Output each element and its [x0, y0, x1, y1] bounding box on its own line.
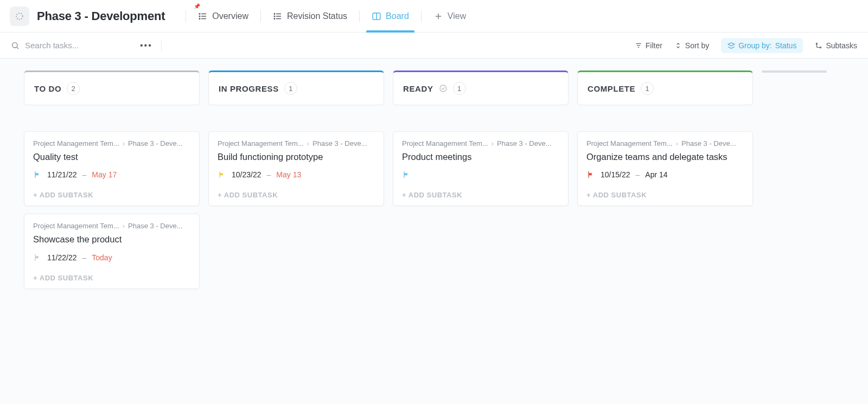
add-subtask-button[interactable]: + ADD SUBTASK — [33, 191, 190, 199]
chevron-right-icon: › — [307, 139, 309, 148]
column-name: IN PROGRESS — [219, 84, 279, 93]
tab-add-view[interactable]: View — [428, 0, 471, 32]
separator — [260, 10, 261, 22]
column-count: 1 — [641, 82, 654, 95]
tab-strip: 📌 Overview Revision Status Board View — [179, 0, 471, 32]
subtasks-button[interactable]: Subtasks — [815, 41, 857, 50]
card-title: Build functioning prototype — [218, 151, 375, 163]
card-dates: 10/15/22–Apr 14 — [586, 170, 744, 179]
separator — [359, 10, 360, 22]
groupby-value: Status — [775, 41, 797, 50]
search-input[interactable] — [25, 41, 133, 50]
column-header[interactable]: COMPLETE1 — [577, 70, 753, 105]
sort-button[interactable]: Sort by — [674, 41, 709, 50]
dash: – — [82, 170, 87, 179]
separator — [421, 10, 422, 22]
add-subtask-button[interactable]: + ADD SUBTASK — [33, 274, 190, 282]
svg-point-5 — [200, 16, 201, 17]
task-card[interactable]: Project Management Tem...›Phase 3 - Deve… — [393, 131, 569, 206]
list-icon — [198, 11, 208, 21]
column-count: 1 — [453, 82, 466, 95]
tab-label: Overview — [212, 11, 248, 21]
tab-revision-status[interactable]: Revision Status — [267, 0, 353, 32]
card-breadcrumb[interactable]: Project Management Tem...›Phase 3 - Deve… — [218, 139, 375, 148]
breadcrumb-root: Project Management Tem... — [402, 139, 488, 148]
flag-icon — [586, 170, 595, 179]
card-breadcrumb[interactable]: Project Management Tem...›Phase 3 - Deve… — [33, 222, 190, 230]
breadcrumb-leaf: Phase 3 - Deve... — [497, 139, 551, 148]
breadcrumb-leaf: Phase 3 - Deve... — [128, 139, 182, 148]
column-header[interactable]: TO DO2 — [24, 70, 200, 105]
card-breadcrumb[interactable]: Project Management Tem...›Phase 3 - Deve… — [586, 139, 744, 148]
chevron-right-icon: › — [676, 139, 678, 148]
column-header[interactable]: IN PROGRESS1 — [208, 70, 384, 105]
sort-icon — [674, 42, 682, 49]
column-cards: Project Management Tem...›Phase 3 - Deve… — [393, 131, 569, 206]
card-dates — [402, 170, 559, 179]
svg-point-12 — [274, 18, 275, 19]
check-circle-icon — [439, 84, 448, 93]
flag-icon — [402, 170, 411, 179]
add-column-placeholder[interactable] — [762, 70, 827, 73]
space-icon[interactable] — [10, 7, 29, 26]
task-card[interactable]: Project Management Tem...›Phase 3 - Deve… — [208, 131, 384, 206]
tab-overview[interactable]: 📌 Overview — [193, 0, 254, 32]
filter-button[interactable]: Filter — [635, 41, 662, 50]
column-cards: Project Management Tem...›Phase 3 - Deve… — [208, 131, 384, 206]
separator — [186, 10, 186, 22]
start-date: 11/21/22 — [47, 170, 77, 179]
filter-label: Filter — [646, 41, 662, 50]
card-dates: 11/21/22–May 17 — [33, 170, 190, 179]
dash: – — [267, 170, 271, 179]
svg-point-0 — [16, 13, 23, 20]
svg-line-18 — [17, 47, 18, 49]
chevron-right-icon: › — [123, 222, 125, 230]
breadcrumb-leaf: Phase 3 - Deve... — [312, 139, 367, 148]
tab-board[interactable]: Board — [366, 0, 414, 32]
page-title[interactable]: Phase 3 - Development — [37, 9, 165, 23]
add-subtask-button[interactable]: + ADD SUBTASK — [586, 191, 744, 199]
column-name: READY — [403, 84, 433, 93]
flag-icon — [33, 170, 42, 179]
task-card[interactable]: Project Management Tem...›Phase 3 - Deve… — [24, 131, 200, 206]
board-column-todo: TO DO2Project Management Tem...›Phase 3 … — [24, 70, 200, 289]
column-name: COMPLETE — [588, 84, 635, 93]
dash: – — [636, 170, 640, 179]
svg-marker-22 — [728, 42, 735, 46]
dash: – — [82, 253, 87, 262]
separator — [161, 40, 162, 52]
dashed-circle-icon — [14, 11, 25, 22]
board-icon — [372, 11, 381, 21]
column-cards: Project Management Tem...›Phase 3 - Deve… — [24, 131, 200, 289]
svg-point-4 — [200, 13, 201, 14]
add-subtask-button[interactable]: + ADD SUBTASK — [402, 191, 559, 199]
column-count: 2 — [67, 82, 80, 95]
breadcrumb-root: Project Management Tem... — [218, 139, 304, 148]
svg-point-23 — [816, 43, 818, 44]
flag-icon — [218, 170, 226, 179]
board-scroll[interactable]: TO DO2Project Management Tem...›Phase 3 … — [0, 59, 868, 404]
groupby-button[interactable]: Group by: Status — [721, 38, 803, 53]
card-breadcrumb[interactable]: Project Management Tem...›Phase 3 - Deve… — [33, 139, 190, 148]
board: TO DO2Project Management Tem...›Phase 3 … — [24, 70, 860, 289]
subtasks-label: Subtasks — [826, 41, 857, 50]
breadcrumb-leaf: Phase 3 - Deve... — [128, 222, 182, 230]
svg-point-6 — [200, 18, 201, 19]
task-card[interactable]: Project Management Tem...›Phase 3 - Deve… — [24, 214, 200, 288]
task-card[interactable]: Project Management Tem...›Phase 3 - Deve… — [577, 131, 753, 206]
breadcrumb-root: Project Management Tem... — [586, 139, 673, 148]
subtasks-icon — [815, 42, 822, 49]
svg-point-11 — [274, 16, 275, 17]
board-column-ready: READY1Project Management Tem...›Phase 3 … — [393, 70, 569, 206]
column-count: 1 — [284, 82, 297, 95]
list-icon — [273, 11, 283, 21]
toolbar: ••• Filter Sort by Group by: Status Subt… — [0, 33, 868, 59]
add-subtask-button[interactable]: + ADD SUBTASK — [218, 191, 375, 199]
filter-icon — [635, 42, 642, 49]
more-menu[interactable]: ••• — [140, 41, 152, 50]
column-header[interactable]: READY1 — [393, 70, 569, 105]
search-icon — [11, 41, 20, 50]
tab-label: View — [448, 11, 466, 21]
card-breadcrumb[interactable]: Project Management Tem...›Phase 3 - Deve… — [402, 139, 559, 148]
top-bar: Phase 3 - Development 📌 Overview Revisio… — [0, 0, 868, 33]
